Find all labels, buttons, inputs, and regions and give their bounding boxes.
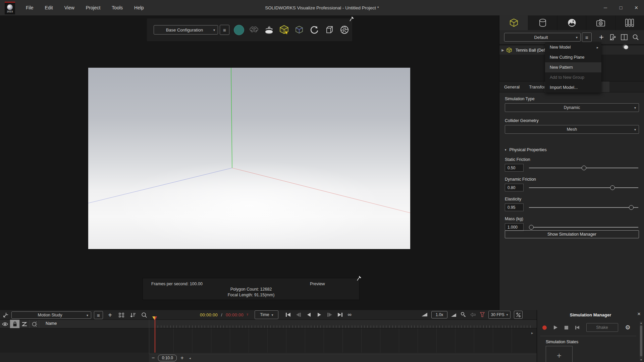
maximize-button[interactable]: □ <box>613 0 629 15</box>
scroll-up-icon[interactable]: ▲ <box>640 322 643 324</box>
pan-left-icon[interactable]: ◂ <box>189 356 191 360</box>
scrollbar-thumb[interactable] <box>640 325 642 356</box>
expander-icon[interactable]: ▶ <box>499 48 506 52</box>
menu-edit[interactable]: Edit <box>39 5 59 10</box>
collider-geometry-dropdown[interactable]: Mesh ▾ <box>505 125 639 134</box>
menu-project[interactable]: Project <box>80 5 106 10</box>
stop-button[interactable] <box>565 326 568 329</box>
property-slider[interactable] <box>529 183 639 192</box>
property-value-input[interactable]: 0.50 <box>505 164 524 172</box>
zoom-out-button[interactable]: − <box>152 355 155 361</box>
add-simulation-state-tile[interactable]: + <box>546 346 573 362</box>
turntable-icon[interactable] <box>263 24 275 36</box>
tab-output[interactable] <box>615 15 644 30</box>
sort-icon[interactable] <box>128 311 137 319</box>
time-range-value[interactable]: 0:10.0 <box>158 355 177 361</box>
play-forward-button[interactable] <box>316 312 322 318</box>
flip-arrow-icon[interactable] <box>470 312 476 317</box>
menu-file[interactable]: File <box>20 5 39 10</box>
configuration-dropdown[interactable]: Base Configuration ▾ <box>154 25 218 35</box>
loop-button[interactable]: ∞ <box>347 312 351 317</box>
refresh-arrow-icon[interactable] <box>309 24 320 36</box>
tab-general[interactable]: General <box>499 81 524 92</box>
property-value-input[interactable]: 0.80 <box>505 184 524 191</box>
physical-properties-header[interactable]: ▾ Physical Properties <box>505 147 639 152</box>
minimize-button[interactable]: ─ <box>598 0 613 15</box>
slider-thumb[interactable] <box>582 166 586 170</box>
ai-denoiser-brain-icon[interactable] <box>248 24 260 36</box>
motion-study-menu-button[interactable]: ≡ <box>94 311 103 319</box>
frame-forward-button[interactable] <box>327 312 333 318</box>
pin-icon[interactable] <box>348 16 355 22</box>
model-set-menu-button[interactable]: ≡ <box>582 33 592 42</box>
playhead-line[interactable] <box>155 317 155 353</box>
model-select-cube-icon[interactable] <box>278 24 290 36</box>
filter-funnel-icon[interactable] <box>480 312 485 318</box>
box-icon[interactable] <box>324 24 335 36</box>
timeline-rows[interactable] <box>0 328 537 353</box>
context-menu-item-new-model[interactable]: New Model▸ <box>545 42 601 52</box>
interpolation-toggle[interactable] <box>514 311 523 319</box>
close-button[interactable]: × <box>629 0 644 15</box>
lock-column-icon[interactable] <box>10 320 20 328</box>
context-menu-item-import-model[interactable]: Import Model... <box>545 82 601 93</box>
frame-back-button[interactable] <box>296 312 302 318</box>
rows-scroll-right-icon[interactable]: ▸ <box>531 331 533 335</box>
slider-thumb[interactable] <box>629 205 634 210</box>
render-viewport[interactable] <box>88 68 410 249</box>
ramp-out-icon[interactable] <box>451 312 457 317</box>
camera-aperture-icon[interactable] <box>339 24 350 36</box>
gear-icon[interactable]: ⚙ <box>625 324 631 330</box>
pin-icon[interactable] <box>356 275 362 281</box>
render-mode-teal-circle-icon[interactable] <box>233 24 245 36</box>
shake-button[interactable]: Shake <box>586 323 618 332</box>
context-menu-item-new-cutting-plane[interactable]: New Cutting Plane <box>545 52 601 62</box>
add-keyframe-button[interactable]: + <box>106 311 114 319</box>
tab-cameras[interactable] <box>586 15 615 30</box>
configuration-menu-button[interactable]: ≡ <box>220 25 229 35</box>
collapse-timeline-icon[interactable] <box>3 312 9 318</box>
shaded-column-icon[interactable] <box>30 320 39 328</box>
menu-help[interactable]: Help <box>128 5 150 10</box>
fps-dropdown[interactable]: 30 FPS ▾ <box>488 311 511 319</box>
tab-models[interactable] <box>499 15 528 30</box>
playback-speed[interactable]: 1.0x <box>431 311 447 318</box>
key-icon[interactable] <box>460 312 466 318</box>
skip-start-button[interactable] <box>285 312 291 318</box>
time-mode-dropdown[interactable]: Time ▾ <box>255 310 278 319</box>
ramp-in-icon[interactable] <box>421 312 428 317</box>
visibility-column-icon[interactable] <box>0 320 10 328</box>
tab-appearances[interactable] <box>528 15 557 30</box>
model-set-dropdown[interactable]: Default ▾ <box>504 33 581 42</box>
scrollbar[interactable]: ▲ ▼ <box>640 321 643 361</box>
add-button[interactable]: + <box>596 32 607 42</box>
property-value-input[interactable]: 0.95 <box>505 203 524 211</box>
keyframe-grid-icon[interactable] <box>117 311 126 319</box>
search-icon[interactable] <box>140 311 149 319</box>
property-value-input[interactable]: 1.000 <box>505 223 524 231</box>
simulation-type-dropdown[interactable]: Dynamic ▾ <box>505 103 639 112</box>
play-backward-button[interactable] <box>306 312 312 318</box>
menu-tools[interactable]: Tools <box>106 5 128 10</box>
skip-to-start-button[interactable] <box>575 326 579 329</box>
slider-thumb[interactable] <box>610 185 615 190</box>
viewport-canvas[interactable]: Base Configuration ▾ ≡ <box>0 15 499 310</box>
scroll-down-icon[interactable]: ▼ <box>640 359 643 361</box>
skip-end-button[interactable] <box>337 312 343 318</box>
show-simulation-manager-button[interactable]: Show Simulation Manager <box>505 230 639 238</box>
play-button[interactable] <box>554 325 557 329</box>
slider-thumb[interactable] <box>529 225 534 230</box>
curve-column-icon[interactable] <box>20 320 30 328</box>
property-slider[interactable] <box>529 203 639 212</box>
close-icon[interactable]: × <box>637 311 641 317</box>
menu-view[interactable]: View <box>59 5 80 10</box>
tab-environments[interactable] <box>557 15 586 30</box>
split-view-icon[interactable] <box>619 32 630 42</box>
zoom-in-button[interactable]: + <box>180 355 183 361</box>
property-slider[interactable] <box>529 164 639 172</box>
record-button[interactable] <box>542 325 547 330</box>
search-icon[interactable] <box>630 32 641 42</box>
export-icon[interactable] <box>607 32 619 42</box>
motion-study-dropdown[interactable]: Motion Study ▾ <box>11 311 91 319</box>
scene-cube-icon[interactable] <box>293 24 305 36</box>
